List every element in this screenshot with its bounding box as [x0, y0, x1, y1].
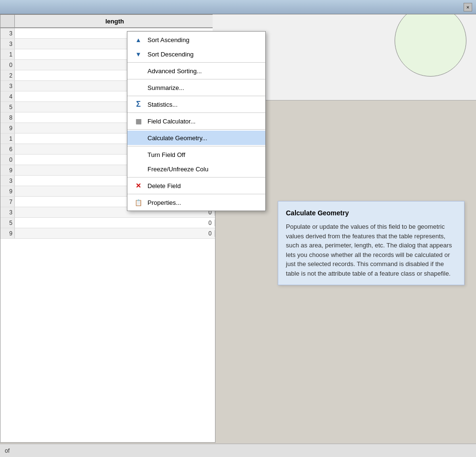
row-number: 0: [0, 60, 15, 70]
length-column-header[interactable]: length: [15, 15, 215, 27]
menu-label-field-calc: Field Calculator...: [147, 118, 195, 125]
x-icon: ✕: [136, 182, 141, 189]
menu-item-turn-off[interactable]: Turn Field Off: [127, 147, 265, 162]
window-chrome: ×: [0, 0, 476, 14]
row-value: 0: [15, 230, 215, 237]
row-number: 3: [0, 39, 15, 49]
close-icon: ×: [466, 4, 469, 10]
tooltip-panel: Calculate Geometry Populate or update th…: [278, 201, 465, 285]
props-icon: 📋: [135, 199, 142, 206]
menu-separator: [127, 79, 265, 79]
calc-icon: ▦: [136, 117, 142, 125]
menu-label-summarize: Summarize...: [147, 84, 184, 91]
menu-item-calc-geom[interactable]: Calculate Geometry...: [127, 131, 265, 145]
menu-item-statistics[interactable]: ΣStatistics...: [127, 97, 265, 111]
menu-item-delete-field[interactable]: ✕Delete Field: [127, 178, 265, 193]
table-row: 90: [0, 228, 215, 239]
row-number: 1: [0, 49, 15, 59]
no-icon: [133, 133, 144, 143]
row-number: 1: [0, 134, 15, 144]
row-value: 0: [15, 220, 215, 226]
props-icon: 📋: [133, 198, 144, 207]
menu-item-summarize[interactable]: Summarize...: [127, 80, 265, 95]
row-number: 3: [0, 28, 15, 38]
row-number: 3: [0, 81, 15, 91]
menu-separator: [127, 112, 265, 113]
menu-separator: [127, 177, 265, 178]
row-number: 4: [0, 91, 15, 101]
row-number: 5: [0, 102, 15, 112]
tooltip-body: Populate or update the values of this fi…: [286, 222, 456, 278]
menu-label-advanced-sort: Advanced Sorting...: [147, 67, 202, 75]
row-number: 8: [0, 112, 15, 123]
table-row: 50: [0, 218, 215, 228]
row-number: 9: [0, 165, 15, 175]
row-number: 9: [0, 228, 15, 238]
tooltip-title: Calculate Geometry: [286, 208, 456, 218]
sort-desc-icon: ▼: [136, 51, 142, 58]
row-number: 3: [0, 176, 15, 186]
menu-item-freeze[interactable]: Freeze/Unfreeze Colu: [127, 162, 265, 176]
row-number: 7: [0, 197, 15, 207]
shape-circle: [395, 14, 466, 77]
row-number: 0: [0, 155, 15, 165]
menu-item-properties[interactable]: 📋Properties...: [127, 195, 265, 210]
menu-separator: [127, 129, 265, 130]
menu-label-turn-off: Turn Field Off: [147, 151, 185, 158]
row-number: 3: [0, 207, 15, 217]
menu-label-properties: Properties...: [147, 199, 181, 206]
sigma-icon: Σ: [133, 100, 144, 109]
menu-separator: [127, 146, 265, 146]
menu-separator: [127, 194, 265, 194]
status-of-label: of: [5, 447, 10, 454]
row-number: 5: [0, 218, 15, 228]
menu-separator: [127, 62, 265, 63]
row-number-header: [0, 15, 15, 27]
menu-item-advanced-sort[interactable]: Advanced Sorting...: [127, 64, 265, 78]
no-icon: [133, 150, 144, 159]
calc-icon: ▦: [133, 116, 144, 126]
close-button[interactable]: ×: [464, 3, 472, 11]
row-number: 2: [0, 70, 15, 80]
sort-asc-icon: ▲: [136, 36, 142, 44]
menu-item-sort-asc[interactable]: ▲Sort Ascending: [127, 33, 265, 47]
menu-label-sort-desc: Sort Descending: [147, 51, 193, 58]
sigma-icon: Σ: [136, 100, 141, 109]
menu-separator: [127, 96, 265, 96]
x-icon: ✕: [133, 181, 144, 190]
no-icon: [133, 83, 144, 92]
status-bar: of: [0, 444, 476, 457]
row-number: 6: [0, 144, 15, 154]
menu-label-statistics: Statistics...: [147, 101, 178, 108]
no-icon: [133, 66, 144, 76]
context-menu: ▲Sort Ascending▼Sort DescendingAdvanced …: [127, 31, 266, 211]
menu-label-sort-asc: Sort Ascending: [147, 36, 189, 44]
row-number: 9: [0, 186, 15, 196]
no-icon: [133, 164, 144, 174]
table-header: length: [0, 15, 215, 28]
menu-item-sort-desc[interactable]: ▼Sort Descending: [127, 47, 265, 61]
menu-label-calc-geom: Calculate Geometry...: [147, 134, 207, 142]
row-number: 9: [0, 123, 15, 133]
menu-label-freeze: Freeze/Unfreeze Colu: [147, 166, 208, 173]
menu-item-field-calc[interactable]: ▦Field Calculator...: [127, 114, 265, 128]
sort-asc-icon: ▲: [133, 35, 144, 45]
sort-desc-icon: ▼: [133, 49, 144, 59]
menu-label-delete-field: Delete Field: [147, 182, 181, 189]
